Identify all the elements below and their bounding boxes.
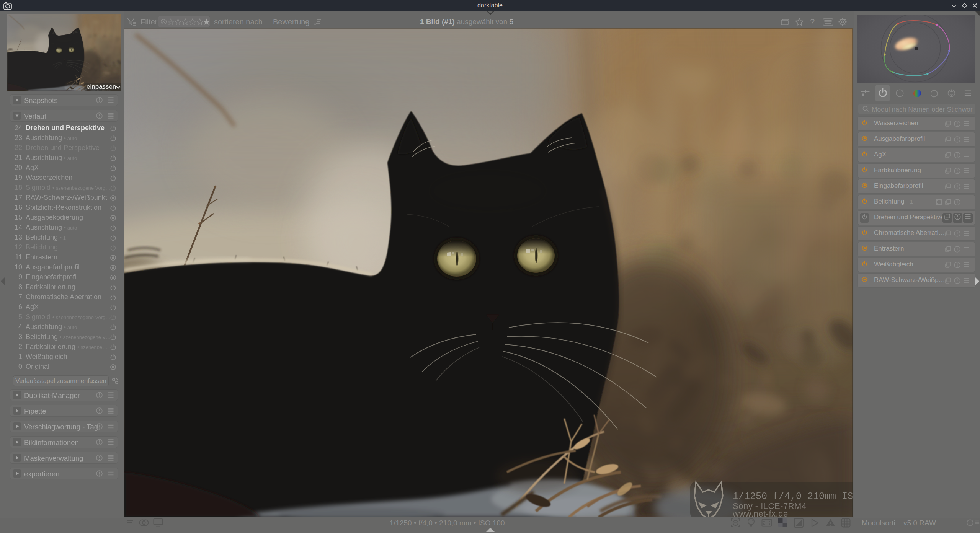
svg-text:www.net-fx.de: www.net-fx.de [732,509,788,517]
svg-text:1/1250 f/4,0 210mm ISO: 1/1250 f/4,0 210mm ISO [733,491,853,502]
